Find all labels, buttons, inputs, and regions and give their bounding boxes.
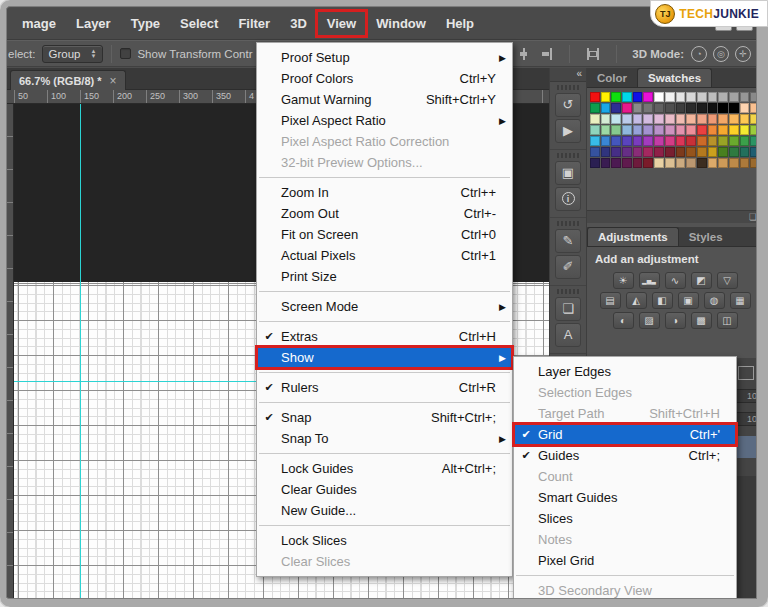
view-menu-item-proof-setup[interactable]: Proof Setup▶	[257, 47, 512, 68]
show-submenu-item-grid[interactable]: ✔GridCtrl+'	[514, 424, 736, 445]
view-menu-item-lock-slices[interactable]: Lock Slices	[257, 530, 512, 551]
show-submenu-item-notes[interactable]: Notes	[514, 529, 736, 550]
color-swatch[interactable]	[697, 114, 707, 124]
view-menu-item-zoom-out[interactable]: Zoom OutCtrl+-	[257, 203, 512, 224]
color-swatch[interactable]	[622, 136, 632, 146]
color-swatch[interactable]	[611, 158, 621, 168]
color-swatch[interactable]	[708, 125, 718, 135]
color-swatch[interactable]	[601, 158, 611, 168]
color-swatch[interactable]	[654, 125, 664, 135]
panel-tab-color[interactable]: Color	[587, 69, 637, 87]
color-swatch[interactable]	[686, 125, 696, 135]
black-white-icon[interactable]: ◧	[652, 292, 673, 309]
color-swatch[interactable]	[665, 147, 675, 157]
color-swatch[interactable]	[654, 158, 664, 168]
panel-tab-adjustments[interactable]: Adjustments	[587, 227, 679, 246]
view-menu-item-new-guide[interactable]: New Guide...	[257, 500, 512, 521]
3d-roll-icon[interactable]: ◎	[713, 46, 729, 62]
color-swatch[interactable]	[718, 158, 728, 168]
color-swatch[interactable]	[718, 125, 728, 135]
vertical-guide[interactable]	[80, 104, 81, 599]
color-swatch[interactable]	[740, 158, 750, 168]
view-menu-item-pixel-aspect-ratio-correction[interactable]: Pixel Aspect Ratio Correction	[257, 131, 512, 152]
show-submenu-item-guides[interactable]: ✔GuidesCtrl+;	[514, 445, 736, 466]
color-swatch[interactable]	[665, 125, 675, 135]
show-submenu-item-slices[interactable]: Slices	[514, 508, 736, 529]
color-swatch[interactable]	[654, 114, 664, 124]
menubar-item-help[interactable]: Help	[436, 11, 484, 36]
view-menu-item-zoom-in[interactable]: Zoom InCtrl++	[257, 182, 512, 203]
brush-presets-icon[interactable]: ✐	[555, 255, 581, 279]
view-menu-item-extras[interactable]: ✔ExtrasCtrl+H	[257, 326, 512, 347]
panel-tab-styles[interactable]: Styles	[679, 228, 733, 246]
color-swatch[interactable]	[622, 114, 632, 124]
color-swatch[interactable]	[729, 114, 739, 124]
color-swatch[interactable]	[622, 92, 632, 102]
color-swatch[interactable]	[750, 92, 757, 102]
color-swatch[interactable]	[590, 103, 600, 113]
color-swatch[interactable]	[740, 125, 750, 135]
show-submenu-item-selection-edges[interactable]: Selection Edges	[514, 382, 736, 403]
color-swatch[interactable]	[654, 147, 664, 157]
color-swatch[interactable]	[708, 147, 718, 157]
color-swatch[interactable]	[622, 125, 632, 135]
color-swatch[interactable]	[590, 125, 600, 135]
color-swatch[interactable]	[729, 103, 739, 113]
panel-tab-swatches[interactable]: Swatches	[637, 68, 712, 87]
color-swatch[interactable]	[633, 136, 643, 146]
color-swatch[interactable]	[643, 114, 653, 124]
menubar-item-mage[interactable]: mage	[12, 11, 66, 36]
color-swatch[interactable]	[590, 158, 600, 168]
show-submenu-item-target-path[interactable]: Target PathShift+Ctrl+H	[514, 403, 736, 424]
threshold-icon[interactable]: ◑	[665, 312, 686, 329]
color-swatch[interactable]	[740, 114, 750, 124]
color-swatch[interactable]	[622, 103, 632, 113]
color-swatch[interactable]	[676, 92, 686, 102]
color-swatch[interactable]	[665, 92, 675, 102]
color-swatch[interactable]	[686, 92, 696, 102]
color-swatch[interactable]	[708, 158, 718, 168]
vibrance-icon[interactable]: ▽	[717, 272, 738, 289]
color-swatch[interactable]	[740, 147, 750, 157]
color-swatch[interactable]	[611, 147, 621, 157]
color-swatch[interactable]	[601, 136, 611, 146]
exposure-icon[interactable]: ◩	[691, 272, 712, 289]
color-swatch[interactable]	[697, 147, 707, 157]
color-swatch[interactable]	[729, 147, 739, 157]
color-swatch[interactable]	[633, 92, 643, 102]
color-swatch[interactable]	[729, 158, 739, 168]
color-swatch[interactable]	[697, 125, 707, 135]
view-menu-item-gamut-warning[interactable]: Gamut WarningShift+Ctrl+Y	[257, 89, 512, 110]
color-swatch[interactable]	[750, 125, 757, 135]
photo-filter-icon[interactable]: ▣	[678, 292, 699, 309]
color-swatch[interactable]	[697, 92, 707, 102]
color-swatch[interactable]	[665, 114, 675, 124]
view-menu-item-screen-mode[interactable]: Screen Mode▶	[257, 296, 512, 317]
show-transform-checkbox[interactable]	[120, 48, 131, 59]
color-swatch[interactable]	[611, 103, 621, 113]
3d-orbit-icon[interactable]: ◔	[691, 46, 707, 62]
show-submenu-item-pixel-grid[interactable]: Pixel Grid	[514, 550, 736, 571]
color-swatch[interactable]	[676, 158, 686, 168]
menubar-item-select[interactable]: Select	[170, 11, 228, 36]
color-swatch[interactable]	[643, 158, 653, 168]
invert-icon[interactable]: ◐	[613, 312, 634, 329]
menubar-item-view[interactable]: View	[317, 11, 366, 36]
color-swatch[interactable]	[611, 125, 621, 135]
color-swatch[interactable]	[729, 125, 739, 135]
view-menu-item-clear-slices[interactable]: Clear Slices	[257, 551, 512, 572]
align-center-icon[interactable]	[517, 47, 532, 61]
color-swatch[interactable]	[750, 158, 757, 168]
hue-saturation-icon[interactable]: ▤	[600, 292, 621, 309]
color-swatch[interactable]	[665, 136, 675, 146]
color-swatch[interactable]	[718, 103, 728, 113]
color-swatch[interactable]	[708, 92, 718, 102]
brush-icon[interactable]: ✎	[555, 229, 581, 253]
color-swatch[interactable]	[654, 92, 664, 102]
clone-source-icon[interactable]: ▣	[555, 161, 581, 185]
dock-grip-handle[interactable]	[557, 153, 579, 158]
color-swatch[interactable]	[590, 136, 600, 146]
color-swatch[interactable]	[686, 114, 696, 124]
color-swatch[interactable]	[750, 114, 757, 124]
view-menu-item-show[interactable]: Show▶	[257, 347, 512, 368]
